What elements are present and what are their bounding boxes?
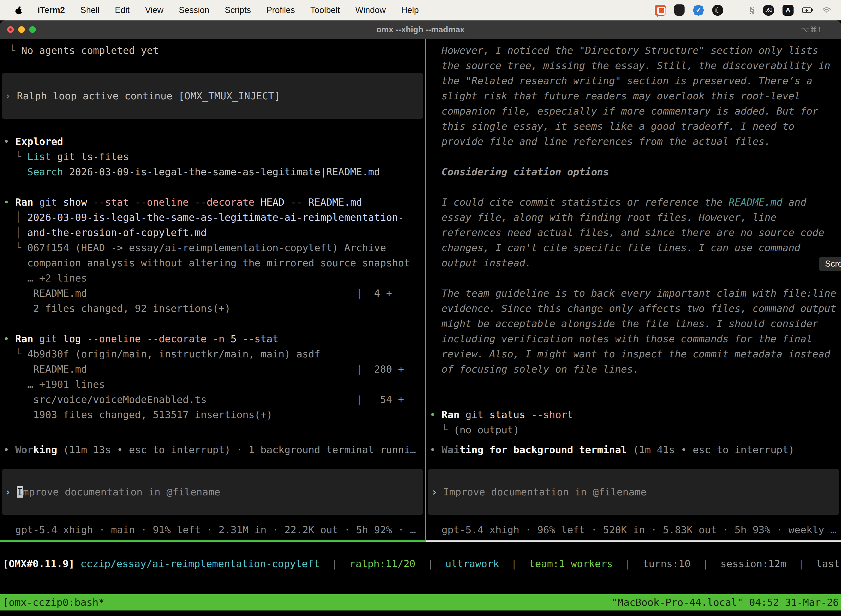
text-segment: No agents completed yet — [21, 45, 159, 56]
text-segment: session:12m — [721, 558, 786, 569]
separator-inactive-segment — [426, 540, 841, 542]
text-segment: git ls-files — [51, 151, 129, 162]
chat-icon[interactable] — [655, 5, 666, 16]
text-segment: 4b9d30f (origin/main, instructkr/main, m… — [27, 348, 320, 359]
letter-a-icon[interactable]: A — [782, 5, 794, 16]
apple-menu-icon[interactable] — [15, 6, 22, 14]
text-segment: • — [3, 444, 15, 455]
terminal-line: 1903 files changed, 513517 insertions(+) — [0, 407, 425, 422]
menu-item-edit[interactable]: Edit — [115, 5, 129, 15]
right-model-status-line: gpt-5.4 xhigh · 96% left · 520K in · 5.8… — [426, 522, 841, 537]
text-segment: (11m 13s • esc to interrupt) · 1 backgro… — [57, 444, 416, 455]
terminal-line: src/voice/voiceModeEnabled.ts | 54 + — [0, 392, 425, 407]
macos-menu-bar: iTerm2ShellEditViewSessionScriptsProfile… — [0, 0, 841, 21]
text-segment: Search — [27, 166, 63, 177]
text-segment: 2 files changed, 92 insertions(+) — [3, 303, 231, 314]
terminal-window: └ No agents completed yet› Ralph loop ac… — [0, 39, 841, 540]
menu-item-toolbelt[interactable]: Toolbelt — [311, 5, 340, 15]
text-segment: -- — [290, 197, 308, 208]
tmux-host-clock: "MacBook-Pro-44.local" 04:52 31-Mar-26 — [611, 597, 841, 608]
text-segment: --stat --oneline --decorate — [93, 197, 261, 208]
text-segment: Wor — [15, 444, 33, 455]
terminal-line: • Ran git status --short — [426, 407, 841, 422]
left-prompt-input[interactable]: › Improve documentation in @filename — [1, 469, 423, 515]
right-prompt-input[interactable]: › Improve documentation in @filename — [428, 469, 840, 515]
dots-grid-icon[interactable] — [731, 6, 741, 15]
text-segment — [75, 558, 81, 569]
wifi-icon[interactable] — [822, 7, 831, 13]
text-segment: slight risk that future readers may over… — [429, 90, 800, 101]
text-segment: • — [3, 136, 15, 147]
omx-status-bar: [OMX#0.11.9] cczip/essay/ai-reimplementa… — [0, 556, 841, 571]
text-segment: 2026-03-09-is-legal-the-same-as-legitima… — [27, 212, 404, 223]
text-segment: Considering citation options — [429, 166, 609, 177]
text-segment: and-the-erosion-of-copyleft.md — [27, 227, 207, 238]
queued-message-box[interactable]: › Ralph loop active continue [OMX_TMUX_I… — [1, 73, 423, 119]
text-segment: Wai — [441, 444, 459, 455]
text-segment — [3, 166, 27, 177]
menu-item-window[interactable]: Window — [355, 5, 386, 15]
menu-item-profiles[interactable]: Profiles — [266, 5, 294, 15]
menu-item-shell[interactable]: Shell — [80, 5, 99, 15]
left-pane-scrollback: └ No agents completed yet› Ralph loop ac… — [0, 43, 425, 422]
text-segment: … +2 lines — [3, 273, 87, 284]
text-segment: • — [3, 333, 15, 345]
text-segment: | — [416, 558, 445, 569]
shield-grid-icon[interactable] — [674, 4, 684, 16]
text-segment: src/voice/voiceModeEnabled.ts | 54 + — [3, 394, 404, 405]
seahorse-icon[interactable]: § — [749, 5, 755, 16]
terminal-line: provide file and line references from th… — [426, 134, 841, 149]
terminal-line: └ 4b9d30f (origin/main, instructkr/main,… — [0, 346, 425, 362]
text-segment: companion file, especially if more comme… — [429, 106, 818, 117]
omx-status-line: [OMX#0.11.9] cczip/essay/ai-reimplementa… — [0, 556, 841, 571]
window-title-bar: omx --xhigh --madmax ⌥⌘1 — [0, 21, 841, 39]
text-segment: mprove documentation in @filename — [23, 486, 220, 497]
terminal-line: • Ran git log --oneline --decorate -n 5 … — [0, 331, 425, 346]
text-segment: README.md — [308, 197, 362, 208]
text-segment: the source tree, missing the essay. Stil… — [429, 60, 830, 71]
moon-circle-icon[interactable]: ☾ — [712, 5, 723, 16]
menu-item-view[interactable]: View — [145, 5, 164, 15]
terminal-line: might be acceptable alongside the file l… — [426, 316, 841, 331]
terminal-line — [0, 58, 425, 73]
terminal-line: including verification notes with those … — [426, 331, 841, 346]
text-segment: might be acceptable alongside the file l… — [429, 318, 818, 329]
text-segment: including verification notes with those … — [429, 333, 812, 345]
terminal-line: └ 067f154 (HEAD -> essay/ai-reimplementa… — [0, 240, 425, 255]
menu-item-session[interactable]: Session — [179, 5, 209, 15]
menu-item-iterm2[interactable]: iTerm2 — [38, 5, 65, 15]
terminal-line: references need actual files, and since … — [426, 225, 841, 240]
battery-charging-icon[interactable] — [802, 7, 814, 13]
text-segment: The team guideline is to back every impo… — [429, 287, 836, 299]
text-segment: --short — [531, 409, 573, 420]
text-segment: Ran — [441, 409, 466, 420]
window-shortcut-badge: ⌥⌘1 — [801, 25, 841, 34]
text-segment: | — [499, 558, 529, 569]
text-segment: README.md — [729, 197, 782, 208]
text-segment: provide file and line references from th… — [429, 136, 771, 147]
text-segment: references need actual files, and since … — [429, 227, 824, 238]
terminal-line — [426, 377, 841, 392]
text-segment: changes, I can't cite specific file line… — [429, 242, 800, 253]
text-segment: › — [5, 486, 17, 497]
verified-badge-icon[interactable]: ✓ — [693, 5, 704, 16]
menu-item-help[interactable]: Help — [401, 5, 419, 15]
text-segment: review. Also, I might want to inspect th… — [429, 348, 830, 359]
terminal-line: review. Also, I might want to inspect th… — [426, 346, 841, 362]
text-segment: └ — [3, 151, 27, 162]
terminal-line: │ and-the-erosion-of-copyleft.md — [0, 225, 425, 240]
screen-recording-chip-label: Scre — [825, 259, 841, 269]
terminal-line: • Ran git show --stat --oneline --decora… — [0, 195, 425, 210]
menu-item-scripts[interactable]: Scripts — [225, 5, 251, 15]
text-segment: companion analysis without altering the … — [3, 257, 410, 268]
screen-recording-chip[interactable]: Scre — [819, 257, 841, 271]
badge-61-icon[interactable]: ..61 — [763, 5, 774, 16]
text-segment: -n — [213, 333, 231, 345]
terminal-line: companion file, especially if more comme… — [426, 104, 841, 119]
text-segment: | — [691, 558, 721, 569]
terminal-line: Considering citation options — [426, 164, 841, 179]
terminal-line: Search 2026-03-09-is-legal-the-same-as-l… — [0, 164, 425, 179]
terminal-line — [0, 316, 425, 331]
text-segment: ralph:11/20 — [350, 558, 415, 569]
terminal-line: … +1901 lines — [0, 377, 425, 392]
